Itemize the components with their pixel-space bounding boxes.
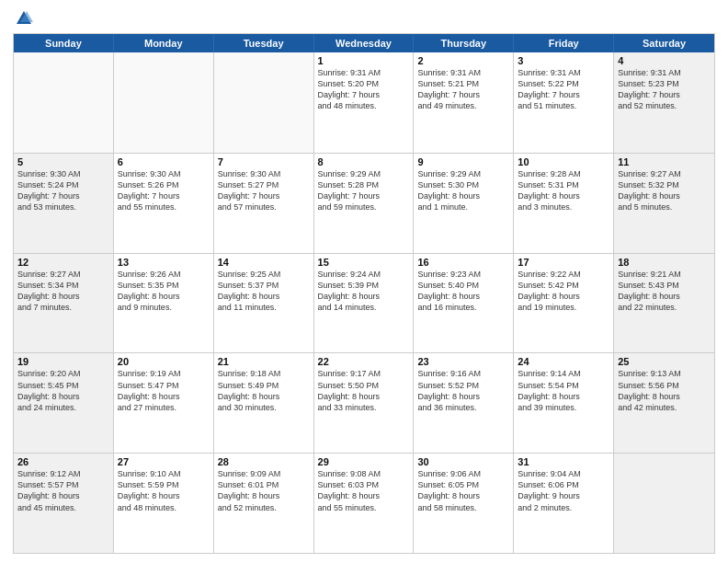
calendar-cell: 4Sunrise: 9:31 AMSunset: 5:23 PMDaylight… (614, 52, 714, 153)
calendar-cell: 5Sunrise: 9:30 AMSunset: 5:24 PMDaylight… (14, 154, 114, 253)
calendar-cell: 7Sunrise: 9:30 AMSunset: 5:27 PMDaylight… (214, 154, 314, 253)
day-number: 28 (218, 456, 310, 467)
cell-info: Sunrise: 9:28 AMSunset: 5:31 PMDaylight:… (518, 168, 609, 213)
page: SundayMondayTuesdayWednesdayThursdayFrid… (0, 0, 728, 563)
weekday-header: Tuesday (214, 34, 314, 52)
day-number: 30 (417, 456, 509, 467)
cell-info: Sunrise: 9:08 AMSunset: 6:03 PMDaylight:… (318, 468, 410, 513)
day-number: 2 (417, 55, 509, 66)
calendar-cell: 26Sunrise: 9:12 AMSunset: 5:57 PMDayligh… (14, 454, 114, 553)
cell-info: Sunrise: 9:06 AMSunset: 6:05 PMDaylight:… (417, 468, 509, 513)
cell-info: Sunrise: 9:26 AMSunset: 5:35 PMDaylight:… (118, 269, 210, 314)
day-number: 7 (218, 156, 310, 167)
cell-info: Sunrise: 9:30 AMSunset: 5:24 PMDaylight:… (17, 168, 109, 213)
cell-info: Sunrise: 9:24 AMSunset: 5:39 PMDaylight:… (318, 269, 410, 314)
day-number: 27 (118, 456, 210, 467)
day-number: 25 (618, 356, 711, 367)
day-number: 16 (417, 257, 509, 268)
day-number: 8 (318, 156, 410, 167)
calendar-cell (114, 52, 214, 153)
cell-info: Sunrise: 9:23 AMSunset: 5:40 PMDaylight:… (417, 269, 509, 314)
day-number: 22 (318, 356, 410, 367)
calendar-cell: 10Sunrise: 9:28 AMSunset: 5:31 PMDayligh… (514, 154, 614, 253)
cell-info: Sunrise: 9:25 AMSunset: 5:37 PMDaylight:… (218, 269, 310, 314)
calendar-row: 5Sunrise: 9:30 AMSunset: 5:24 PMDaylight… (14, 153, 714, 253)
weekday-header: Sunday (14, 34, 114, 52)
day-number: 21 (218, 356, 310, 367)
cell-info: Sunrise: 9:27 AMSunset: 5:32 PMDaylight:… (618, 168, 711, 213)
calendar-cell (14, 52, 114, 153)
calendar-cell: 3Sunrise: 9:31 AMSunset: 5:22 PMDaylight… (514, 52, 614, 153)
calendar-cell: 6Sunrise: 9:30 AMSunset: 5:26 PMDaylight… (114, 154, 214, 253)
calendar-cell: 29Sunrise: 9:08 AMSunset: 6:03 PMDayligh… (314, 454, 415, 553)
cell-info: Sunrise: 9:29 AMSunset: 5:30 PMDaylight:… (417, 168, 509, 213)
day-number: 15 (318, 257, 410, 268)
calendar-cell: 17Sunrise: 9:22 AMSunset: 5:42 PMDayligh… (514, 254, 614, 353)
day-number: 14 (218, 257, 310, 268)
cell-info: Sunrise: 9:31 AMSunset: 5:21 PMDaylight:… (417, 67, 509, 112)
calendar-cell: 20Sunrise: 9:19 AMSunset: 5:47 PMDayligh… (114, 353, 214, 453)
calendar-row: 26Sunrise: 9:12 AMSunset: 5:57 PMDayligh… (14, 453, 714, 553)
cell-info: Sunrise: 9:18 AMSunset: 5:49 PMDaylight:… (218, 368, 310, 413)
day-number: 11 (618, 156, 711, 167)
weekday-header: Wednesday (314, 34, 415, 52)
calendar-header: SundayMondayTuesdayWednesdayThursdayFrid… (14, 34, 714, 52)
calendar-cell: 13Sunrise: 9:26 AMSunset: 5:35 PMDayligh… (114, 254, 214, 353)
weekday-header: Monday (114, 34, 214, 52)
cell-info: Sunrise: 9:27 AMSunset: 5:34 PMDaylight:… (17, 269, 109, 314)
calendar-row: 12Sunrise: 9:27 AMSunset: 5:34 PMDayligh… (14, 253, 714, 353)
cell-info: Sunrise: 9:16 AMSunset: 5:52 PMDaylight:… (417, 368, 509, 413)
calendar-cell: 30Sunrise: 9:06 AMSunset: 6:05 PMDayligh… (414, 454, 514, 553)
day-number: 9 (417, 156, 509, 167)
calendar-cell: 1Sunrise: 9:31 AMSunset: 5:20 PMDaylight… (314, 52, 415, 153)
day-number: 4 (618, 55, 711, 66)
weekday-header: Friday (514, 34, 614, 52)
day-number: 24 (518, 356, 609, 367)
cell-info: Sunrise: 9:09 AMSunset: 6:01 PMDaylight:… (218, 468, 310, 513)
cell-info: Sunrise: 9:31 AMSunset: 5:23 PMDaylight:… (618, 67, 711, 112)
cell-info: Sunrise: 9:13 AMSunset: 5:56 PMDaylight:… (618, 368, 711, 413)
calendar-cell: 22Sunrise: 9:17 AMSunset: 5:50 PMDayligh… (314, 353, 415, 453)
day-number: 17 (518, 257, 609, 268)
calendar-cell: 21Sunrise: 9:18 AMSunset: 5:49 PMDayligh… (214, 353, 314, 453)
cell-info: Sunrise: 9:17 AMSunset: 5:50 PMDaylight:… (318, 368, 410, 413)
calendar: SundayMondayTuesdayWednesdayThursdayFrid… (13, 33, 715, 554)
weekday-header: Thursday (414, 34, 514, 52)
calendar-cell: 15Sunrise: 9:24 AMSunset: 5:39 PMDayligh… (314, 254, 415, 353)
day-number: 26 (17, 456, 109, 467)
calendar-cell: 8Sunrise: 9:29 AMSunset: 5:28 PMDaylight… (314, 154, 415, 253)
cell-info: Sunrise: 9:31 AMSunset: 5:22 PMDaylight:… (518, 67, 609, 112)
day-number: 13 (118, 257, 210, 268)
cell-info: Sunrise: 9:12 AMSunset: 5:57 PMDaylight:… (17, 468, 109, 513)
calendar-cell: 9Sunrise: 9:29 AMSunset: 5:30 PMDaylight… (414, 154, 514, 253)
calendar-cell: 25Sunrise: 9:13 AMSunset: 5:56 PMDayligh… (614, 353, 714, 453)
weekday-header: Saturday (614, 34, 714, 52)
day-number: 20 (118, 356, 210, 367)
logo (13, 9, 33, 28)
day-number: 31 (518, 456, 609, 467)
cell-info: Sunrise: 9:29 AMSunset: 5:28 PMDaylight:… (318, 168, 410, 213)
day-number: 19 (17, 356, 109, 367)
calendar-cell: 19Sunrise: 9:20 AMSunset: 5:45 PMDayligh… (14, 353, 114, 453)
cell-info: Sunrise: 9:30 AMSunset: 5:27 PMDaylight:… (218, 168, 310, 213)
calendar-cell: 14Sunrise: 9:25 AMSunset: 5:37 PMDayligh… (214, 254, 314, 353)
cell-info: Sunrise: 9:04 AMSunset: 6:06 PMDaylight:… (518, 468, 609, 513)
calendar-body: 1Sunrise: 9:31 AMSunset: 5:20 PMDaylight… (14, 52, 714, 553)
cell-info: Sunrise: 9:10 AMSunset: 5:59 PMDaylight:… (118, 468, 210, 513)
calendar-cell: 28Sunrise: 9:09 AMSunset: 6:01 PMDayligh… (214, 454, 314, 553)
day-number: 12 (17, 257, 109, 268)
day-number: 10 (518, 156, 609, 167)
cell-info: Sunrise: 9:21 AMSunset: 5:43 PMDaylight:… (618, 269, 711, 314)
calendar-cell: 16Sunrise: 9:23 AMSunset: 5:40 PMDayligh… (414, 254, 514, 353)
calendar-cell: 24Sunrise: 9:14 AMSunset: 5:54 PMDayligh… (514, 353, 614, 453)
logo-icon (15, 9, 33, 28)
day-number: 18 (618, 257, 711, 268)
calendar-cell: 2Sunrise: 9:31 AMSunset: 5:21 PMDaylight… (414, 52, 514, 153)
calendar-cell: 12Sunrise: 9:27 AMSunset: 5:34 PMDayligh… (14, 254, 114, 353)
calendar-row: 1Sunrise: 9:31 AMSunset: 5:20 PMDaylight… (14, 52, 714, 153)
calendar-cell: 18Sunrise: 9:21 AMSunset: 5:43 PMDayligh… (614, 254, 714, 353)
cell-info: Sunrise: 9:20 AMSunset: 5:45 PMDaylight:… (17, 368, 109, 413)
calendar-cell: 11Sunrise: 9:27 AMSunset: 5:32 PMDayligh… (614, 154, 714, 253)
day-number: 29 (318, 456, 410, 467)
cell-info: Sunrise: 9:30 AMSunset: 5:26 PMDaylight:… (118, 168, 210, 213)
